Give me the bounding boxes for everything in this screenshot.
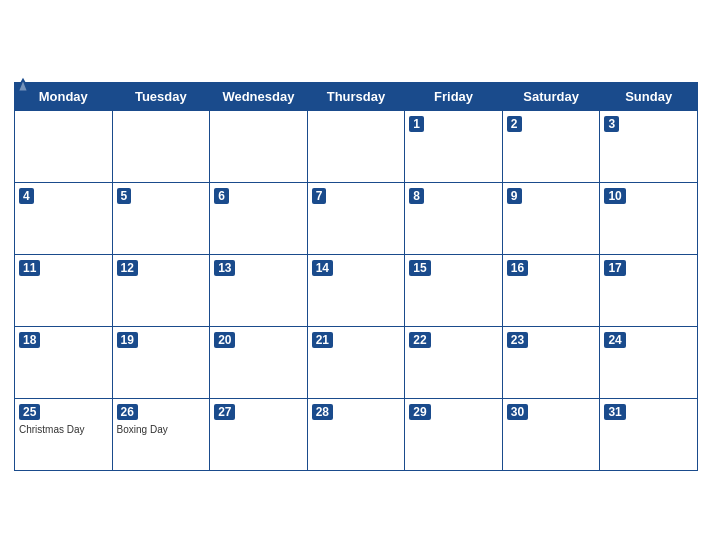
day-number: 24: [604, 332, 625, 348]
day-header-thursday: Thursday: [307, 82, 405, 110]
day-number: 14: [312, 260, 333, 276]
calendar-cell: 26Boxing Day: [112, 398, 210, 470]
calendar-cell: 6: [210, 182, 308, 254]
day-header-sunday: Sunday: [600, 82, 698, 110]
day-header-friday: Friday: [405, 82, 503, 110]
day-number: 20: [214, 332, 235, 348]
day-number: 30: [507, 404, 528, 420]
calendar-cell: 11: [15, 254, 113, 326]
day-number: 28: [312, 404, 333, 420]
day-number: 27: [214, 404, 235, 420]
calendar-cell: 5: [112, 182, 210, 254]
calendar-cell: 7: [307, 182, 405, 254]
calendar-cell: 17: [600, 254, 698, 326]
calendar-cell: 24: [600, 326, 698, 398]
calendar-cell: 22: [405, 326, 503, 398]
day-number: 12: [117, 260, 138, 276]
calendar-cell: 4: [15, 182, 113, 254]
calendar-table: MondayTuesdayWednesdayThursdayFridaySatu…: [14, 82, 698, 471]
day-number: 21: [312, 332, 333, 348]
day-number: 1: [409, 116, 424, 132]
day-number: 31: [604, 404, 625, 420]
calendar-cell: 12: [112, 254, 210, 326]
day-number: 5: [117, 188, 132, 204]
week-row-5: 25Christmas Day26Boxing Day2728293031: [15, 398, 698, 470]
day-number: 29: [409, 404, 430, 420]
day-header-saturday: Saturday: [502, 82, 600, 110]
day-number: 16: [507, 260, 528, 276]
calendar-cell: 10: [600, 182, 698, 254]
day-number: 8: [409, 188, 424, 204]
day-header-wednesday: Wednesday: [210, 82, 308, 110]
days-header-row: MondayTuesdayWednesdayThursdayFridaySatu…: [15, 82, 698, 110]
calendar-cell: [307, 110, 405, 182]
holiday-label: Boxing Day: [117, 424, 206, 435]
day-number: 26: [117, 404, 138, 420]
calendar-cell: 2: [502, 110, 600, 182]
calendar-cell: [210, 110, 308, 182]
calendar-cell: 14: [307, 254, 405, 326]
calendar-cell: [112, 110, 210, 182]
day-number: 2: [507, 116, 522, 132]
week-row-2: 45678910: [15, 182, 698, 254]
week-row-1: 123: [15, 110, 698, 182]
calendar-cell: 28: [307, 398, 405, 470]
calendar-cell: 27: [210, 398, 308, 470]
day-number: 6: [214, 188, 229, 204]
day-number: 19: [117, 332, 138, 348]
calendar-cell: 18: [15, 326, 113, 398]
day-number: 7: [312, 188, 327, 204]
calendar-cell: [15, 110, 113, 182]
calendar-cell: 8: [405, 182, 503, 254]
day-number: 18: [19, 332, 40, 348]
week-row-3: 11121314151617: [15, 254, 698, 326]
logo-icon: [14, 76, 32, 94]
calendar-cell: 3: [600, 110, 698, 182]
day-number: 11: [19, 260, 40, 276]
calendar-cell: 23: [502, 326, 600, 398]
day-header-tuesday: Tuesday: [112, 82, 210, 110]
calendar-cell: 13: [210, 254, 308, 326]
calendar-cell: 25Christmas Day: [15, 398, 113, 470]
day-number: 3: [604, 116, 619, 132]
day-number: 9: [507, 188, 522, 204]
day-number: 4: [19, 188, 34, 204]
week-row-4: 18192021222324: [15, 326, 698, 398]
calendar-cell: 31: [600, 398, 698, 470]
calendar-cell: 30: [502, 398, 600, 470]
day-number: 22: [409, 332, 430, 348]
day-number: 25: [19, 404, 40, 420]
day-number: 23: [507, 332, 528, 348]
calendar-cell: 9: [502, 182, 600, 254]
day-number: 17: [604, 260, 625, 276]
calendar-cell: 1: [405, 110, 503, 182]
calendar-cell: 15: [405, 254, 503, 326]
calendar-cell: 19: [112, 326, 210, 398]
day-number: 10: [604, 188, 625, 204]
day-number: 13: [214, 260, 235, 276]
day-number: 15: [409, 260, 430, 276]
logo-area: [14, 76, 32, 94]
calendar-cell: 21: [307, 326, 405, 398]
calendar-cell: 29: [405, 398, 503, 470]
calendar-cell: 20: [210, 326, 308, 398]
calendar-container: MondayTuesdayWednesdayThursdayFridaySatu…: [0, 66, 712, 485]
calendar-cell: 16: [502, 254, 600, 326]
calendar-body: 1234567891011121314151617181920212223242…: [15, 110, 698, 470]
holiday-label: Christmas Day: [19, 424, 108, 435]
